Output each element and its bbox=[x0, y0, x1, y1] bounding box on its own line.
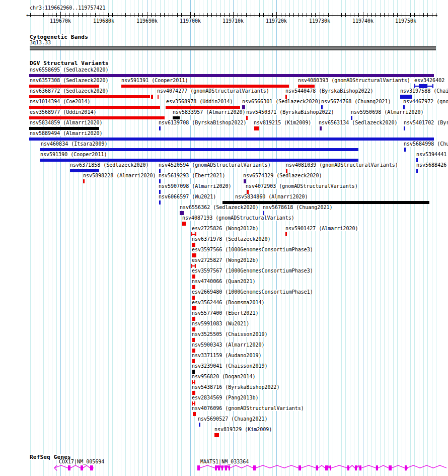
variant-glyph[interactable] bbox=[29, 116, 165, 119]
variant-glyph[interactable] bbox=[29, 106, 160, 109]
variant-label[interactable]: nsv5833957 (Almarri2020) bbox=[172, 110, 246, 115]
variant-glyph[interactable] bbox=[285, 232, 287, 236]
variant-label[interactable]: esv2834569 (Pang2013b) bbox=[191, 395, 259, 400]
variant-glyph[interactable] bbox=[121, 85, 289, 88]
variant-label[interactable]: nsv6066597 (Wu2021) bbox=[158, 194, 216, 199]
variant-glyph[interactable] bbox=[321, 105, 323, 109]
variant-glyph[interactable] bbox=[286, 169, 287, 173]
variant-label[interactable]: nsv3197588 (Chai bbox=[400, 89, 448, 94]
variant-label[interactable]: nsv5834859 (Almarri2020) bbox=[29, 120, 103, 125]
variant-glyph[interactable] bbox=[29, 138, 434, 141]
variant-glyph[interactable] bbox=[192, 401, 195, 405]
variant-glyph[interactable] bbox=[192, 317, 195, 321]
variant-label[interactable]: esv2725827 (Wong2012b) bbox=[191, 258, 259, 263]
variant-glyph[interactable] bbox=[192, 370, 195, 374]
variant-glyph[interactable] bbox=[191, 264, 196, 268]
variant-glyph[interactable] bbox=[351, 116, 352, 120]
variant-glyph[interactable] bbox=[159, 169, 161, 173]
variant-label[interactable]: esv3597566 (1000GenomesConsortiumPhase3) bbox=[191, 247, 314, 252]
variant-glyph[interactable] bbox=[192, 296, 195, 300]
variant-glyph[interactable] bbox=[263, 211, 264, 215]
variant-glyph[interactable] bbox=[320, 126, 322, 130]
variant-glyph[interactable] bbox=[222, 201, 429, 204]
variant-label[interactable]: nsv4076096 (gnomADStructuralVariants) bbox=[191, 406, 305, 411]
variant-glyph[interactable] bbox=[199, 423, 200, 427]
variant-label[interactable]: nsv5678618 (Chuang2021) bbox=[262, 205, 333, 210]
variant-glyph[interactable] bbox=[182, 222, 186, 226]
variant-glyph[interactable] bbox=[404, 148, 406, 152]
variant-label[interactable]: nsv5889494 (Almarri2020) bbox=[29, 131, 103, 136]
variant-label[interactable]: nsv6556362 (Sedlazeck2020) bbox=[179, 205, 259, 210]
variant-label[interactable]: nsv4740066 (Quan2021) bbox=[191, 279, 256, 284]
variant-label[interactable]: nsv819329 (Kim2009) bbox=[214, 427, 272, 432]
variant-label[interactable]: nsv5900343 (Almarri2020) bbox=[191, 343, 265, 348]
variant-glyph[interactable] bbox=[416, 158, 418, 162]
variant-label[interactable]: nsv5577400 (Ebert2021) bbox=[191, 311, 259, 316]
variant-glyph[interactable] bbox=[193, 412, 196, 416]
variant-glyph[interactable] bbox=[247, 190, 249, 194]
cytoband-bar[interactable] bbox=[30, 46, 436, 50]
variant-label[interactable]: nsv4074277 (gnomADStructuralVariants) bbox=[157, 89, 270, 94]
variant-label[interactable]: nsv6371858 (Sedlazeck2020) bbox=[69, 163, 150, 168]
variant-label[interactable]: nsv6371978 (Sedlazeck2020) bbox=[191, 237, 271, 242]
variant-label[interactable]: nsv5834860 (Almarri2020) bbox=[235, 194, 309, 199]
variant-label[interactable]: esv3568977 (Uddin2014) bbox=[29, 110, 97, 115]
variant-label[interactable]: nsv5401702 (Byr bbox=[403, 120, 448, 125]
variant-glyph[interactable] bbox=[151, 95, 153, 99]
variant-glyph[interactable] bbox=[40, 148, 358, 151]
variant-label[interactable]: nsv6368772 (Sedlazeck2020) bbox=[29, 89, 109, 94]
variant-label[interactable]: nsv3525505 (Chaisson2019) bbox=[191, 332, 268, 337]
variant-label[interactable]: nsv5898228 (Almarri2020) bbox=[83, 173, 157, 178]
variant-glyph[interactable] bbox=[192, 349, 195, 353]
variant-glyph[interactable] bbox=[29, 85, 99, 88]
variant-label[interactable]: nsv591391 (Cooper2011) bbox=[121, 78, 188, 83]
variant-label[interactable]: nsv5450371 (ByrskaBishop2022) bbox=[246, 110, 335, 115]
variant-label[interactable]: nsv4080393 (gnomADStructuralVariants) bbox=[297, 78, 411, 83]
variant-glyph[interactable] bbox=[192, 338, 195, 342]
variant-label[interactable]: nsv819215 (Kim2009) bbox=[253, 120, 312, 125]
variant-glyph[interactable] bbox=[70, 169, 99, 172]
variant-label[interactable]: esv3568978 (Uddin2014) bbox=[166, 99, 233, 104]
variant-glyph[interactable] bbox=[159, 179, 161, 183]
gene-glyph[interactable] bbox=[50, 463, 98, 472]
variant-label[interactable]: nsv4087193 (gnomADStructuralVariants) bbox=[182, 216, 295, 221]
gene-glyph[interactable] bbox=[193, 463, 448, 472]
variant-label[interactable]: nsv6357308 (Sedlazeck2020) bbox=[29, 78, 109, 83]
variant-glyph[interactable] bbox=[83, 179, 85, 183]
variant-glyph[interactable] bbox=[29, 127, 99, 130]
variant-label[interactable]: nsv5901427 (Almarri2020) bbox=[285, 226, 359, 231]
variant-label[interactable]: nsv956820 (Dogan2014) bbox=[191, 374, 256, 379]
variant-label[interactable]: nsv4072903 (gnomADStructuralVariants) bbox=[245, 184, 358, 189]
variant-label[interactable]: esv3426402 bbox=[414, 78, 445, 83]
variant-glyph[interactable] bbox=[192, 306, 196, 310]
variant-label[interactable]: nsv1014394 (Coe2014) bbox=[29, 99, 91, 104]
variant-label[interactable]: esv3562446 (Boomsma2014) bbox=[191, 300, 265, 305]
variant-label[interactable]: nsv5950698 (Almarri2020) bbox=[350, 110, 424, 115]
variant-glyph[interactable] bbox=[254, 126, 259, 130]
variant-label[interactable]: nsv3371159 (Audano2019) bbox=[191, 353, 262, 358]
variant-label[interactable]: nsv591390 (Cooper2011) bbox=[40, 152, 107, 157]
variant-glyph[interactable] bbox=[166, 106, 240, 109]
variant-label[interactable]: nsv5440478 (ByrskaBishop2022) bbox=[285, 89, 374, 94]
variant-label[interactable]: nsv6566301 (Sedlazeck2020) bbox=[242, 99, 322, 104]
variant-label[interactable]: nsv5674768 (Chuang2021) bbox=[321, 99, 391, 104]
variant-glyph[interactable] bbox=[400, 95, 412, 99]
variant-glyph[interactable] bbox=[192, 275, 195, 279]
variant-label[interactable]: nsv5690527 (Chuang2021) bbox=[197, 417, 268, 422]
variant-label[interactable]: nsv6139708 (ByrskaBishop2022) bbox=[158, 120, 247, 125]
variant-label[interactable]: nsv4467972 (gno bbox=[403, 99, 448, 104]
variant-glyph[interactable] bbox=[180, 211, 184, 215]
variant-glyph[interactable] bbox=[159, 200, 161, 205]
variant-label[interactable]: nsv5394441 bbox=[416, 152, 447, 157]
variant-glyph[interactable] bbox=[191, 232, 196, 236]
variant-label[interactable]: esv2725826 (Wong2012b) bbox=[191, 226, 259, 231]
variant-glyph[interactable] bbox=[159, 190, 161, 194]
variant-glyph[interactable] bbox=[29, 74, 434, 77]
variant-label[interactable]: nsv5907098 (Almarri2020) bbox=[158, 184, 232, 189]
variant-label[interactable]: nsv4520594 (gnomADStructuralVariants) bbox=[158, 163, 271, 168]
variant-glyph[interactable] bbox=[403, 105, 405, 109]
variant-glyph[interactable] bbox=[192, 253, 196, 257]
variant-glyph[interactable] bbox=[192, 285, 195, 289]
variant-glyph[interactable] bbox=[192, 243, 195, 247]
variant-glyph[interactable] bbox=[192, 380, 195, 384]
